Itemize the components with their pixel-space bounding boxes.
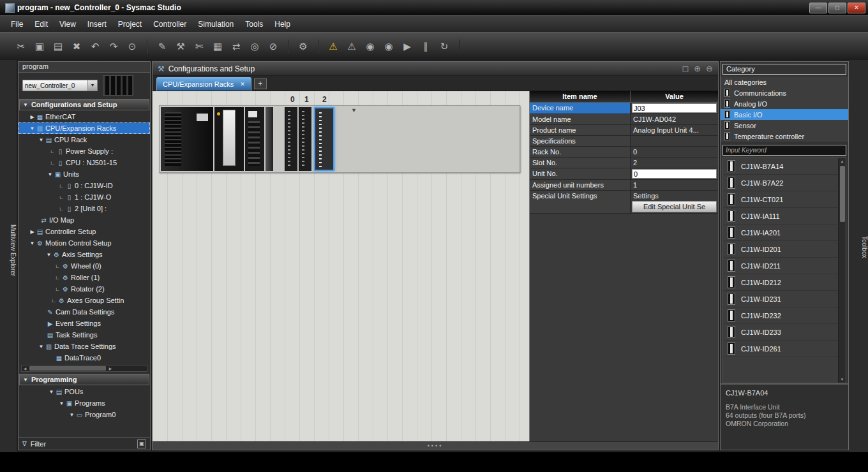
property-name[interactable]: Rack No. xyxy=(530,147,631,157)
unit-list-item[interactable]: CJ1W-ID232 xyxy=(723,307,838,324)
tree-item[interactable]: ▶ Event Settings xyxy=(19,318,150,329)
rack-slab[interactable]: ▼ xyxy=(159,105,520,173)
tree-expander-icon[interactable]: ▶ xyxy=(29,229,36,235)
section-expander-icon[interactable]: ▼ xyxy=(23,377,28,383)
tree-expander-icon[interactable]: ▼ xyxy=(38,344,45,350)
category-item[interactable]: Communications xyxy=(721,87,848,98)
property-name[interactable]: Product name xyxy=(530,125,631,135)
cpu-unit[interactable] xyxy=(214,107,244,171)
unit-slot-0[interactable] xyxy=(285,107,297,171)
build-icon[interactable]: ⚒ xyxy=(174,40,188,54)
undo-icon[interactable]: ↶ xyxy=(88,40,102,54)
tree-item[interactable]: ∟ ▯ Power Supply : xyxy=(19,145,150,157)
tree-item[interactable]: ∟ ▯ 2 [Unit 0] : xyxy=(19,203,150,214)
tree-expander-icon[interactable]: ▼ xyxy=(68,412,75,418)
scroll-down-icon[interactable]: ▼ xyxy=(841,376,844,383)
property-value-input[interactable] xyxy=(632,169,717,179)
tree-item[interactable]: ▼ ▥ Data Trace Settings xyxy=(19,341,150,352)
copy-icon[interactable]: ▣ xyxy=(33,40,47,54)
rack-dropdown-icon[interactable]: ▼ xyxy=(351,107,357,114)
unit-slot-2-selected[interactable] xyxy=(314,107,334,171)
tree-item[interactable]: ▼ ▣ Programs xyxy=(19,397,150,409)
tree-item[interactable]: ✎ Cam Data Settings xyxy=(19,306,150,318)
cut-icon[interactable]: ✂ xyxy=(14,40,28,54)
redo-icon[interactable]: ↷ xyxy=(107,40,121,54)
category-item[interactable]: Basic I/O xyxy=(721,109,848,120)
tree-expander-icon[interactable]: ∟ xyxy=(58,206,65,212)
filter-options-icon[interactable]: ▣ xyxy=(137,439,146,448)
unit-list-item[interactable]: CJ1W-B7A14 xyxy=(723,158,838,175)
tree-expander-icon[interactable]: ∟ xyxy=(58,195,65,200)
paste-icon[interactable]: ▤ xyxy=(51,40,65,54)
property-name[interactable]: Specifications xyxy=(530,136,631,146)
section-programming[interactable]: ▼ Programming xyxy=(19,374,149,385)
property-name[interactable]: Model name xyxy=(530,114,631,124)
io-unit[interactable] xyxy=(245,107,264,171)
transfer-icon[interactable]: ⇄ xyxy=(229,40,243,54)
unit-list-item[interactable]: CJ1W-ID201 xyxy=(723,241,838,258)
abort-icon[interactable]: ⊘ xyxy=(266,40,280,54)
warning-disabled-icon[interactable]: ⚠ xyxy=(345,40,359,54)
unit-list-item[interactable]: CJ1W-ID233 xyxy=(723,324,838,341)
delete-icon[interactable]: ✖ xyxy=(70,40,84,54)
sync-icon[interactable]: ↻ xyxy=(437,40,451,54)
unit-list-item[interactable]: CJ1W-CT021 xyxy=(723,191,838,208)
tab-cpu-expansion-racks[interactable]: CPU/Expansion Racks ✕ xyxy=(156,77,251,91)
pause-icon[interactable]: ∥ xyxy=(419,40,433,54)
tree-item[interactable]: ▶ ▦ EtherCAT xyxy=(19,111,150,122)
tree-expander-icon[interactable]: ∟ xyxy=(54,286,61,292)
tree-expander-icon[interactable]: ▶ xyxy=(29,114,36,120)
tree-expander-icon[interactable]: ▼ xyxy=(47,172,54,177)
section-configurations-and-setup[interactable]: ▼ Configurations and Setup xyxy=(19,99,149,110)
rebuild-icon[interactable]: ✄ xyxy=(192,40,206,54)
monitor-disabled-icon[interactable]: ◉ xyxy=(382,40,396,54)
tree-item[interactable]: ▶ ▤ Controller Setup xyxy=(19,226,150,237)
category-item[interactable]: Temperature controller xyxy=(721,131,848,142)
check-program-icon[interactable]: ▦ xyxy=(211,40,225,54)
category-item[interactable]: Analog I/O xyxy=(721,98,848,109)
property-name[interactable]: Special Unit Settings xyxy=(530,191,631,213)
menu-item[interactable]: Simulation xyxy=(192,17,239,31)
unit-list-item[interactable]: CJ1W-IA201 xyxy=(723,225,838,241)
property-value-input[interactable] xyxy=(632,103,717,113)
tree-item[interactable]: ▤ Task Settings xyxy=(19,329,150,341)
power-supply-unit[interactable] xyxy=(161,107,213,171)
marquee-select-icon[interactable]: ◻ xyxy=(682,64,689,73)
property-name[interactable]: Device name xyxy=(530,103,631,114)
add-tab-button[interactable]: + xyxy=(254,78,267,89)
menu-item[interactable]: Edit xyxy=(29,17,54,31)
category-item[interactable]: Sensor xyxy=(721,120,848,131)
tree-item[interactable]: ▦ DataTrace0 xyxy=(19,352,150,364)
unit-list-item[interactable]: CJ1W-B7A22 xyxy=(723,175,838,191)
unit-list-item[interactable]: CJ1W-ID261 xyxy=(723,341,838,357)
filter-label[interactable]: Filter xyxy=(31,440,46,448)
tree-expander-icon[interactable]: ∟ xyxy=(54,263,61,269)
menu-item[interactable]: File xyxy=(5,17,29,31)
tree-item[interactable]: ∟ ⚙ Axes Group Settin xyxy=(19,295,150,306)
unit-list-item[interactable]: CJ1W-IA111 xyxy=(723,208,838,225)
multiview-explorer-strip[interactable]: Multiview Explorer xyxy=(0,60,17,452)
controller-select[interactable]: new_Controller_0 ▼ xyxy=(22,80,98,91)
tree-expander-icon[interactable]: ▼ xyxy=(38,137,45,143)
toolbox-strip[interactable]: Toolbox xyxy=(849,60,868,452)
tree-expander-icon[interactable]: ∟ xyxy=(49,160,56,166)
unit-list-item[interactable]: CJ1W-ID231 xyxy=(723,291,838,307)
unit-list-item[interactable]: CJ1W-ID212 xyxy=(723,274,838,291)
menu-item[interactable]: Project xyxy=(112,17,147,31)
tree-expander-icon[interactable]: ∟ xyxy=(58,183,65,189)
tree-item[interactable]: ▼ ▣ Units xyxy=(19,168,150,180)
close-button[interactable]: ✕ xyxy=(848,3,865,13)
tree-expander-icon[interactable]: ∟ xyxy=(50,298,57,304)
tree-expander-icon[interactable]: ▼ xyxy=(58,401,65,406)
monitor-icon[interactable]: ◉ xyxy=(363,40,377,54)
tree-item[interactable]: ▼ ▥ CPU/Expansion Racks xyxy=(19,122,150,134)
run-icon[interactable]: ▶ xyxy=(400,40,414,54)
section-expander-icon[interactable]: ▼ xyxy=(23,102,28,108)
tree-expander-icon[interactable]: ▼ xyxy=(29,126,36,131)
maximize-button[interactable]: □ xyxy=(828,3,846,13)
menu-item[interactable]: Help xyxy=(269,17,296,31)
menu-item[interactable]: Tools xyxy=(239,17,269,31)
zoom-out-icon[interactable]: ⊖ xyxy=(706,64,713,73)
tree-expander-icon[interactable]: ▼ xyxy=(29,240,36,246)
tree-item[interactable]: ▼ ▤ POUs xyxy=(19,386,150,397)
